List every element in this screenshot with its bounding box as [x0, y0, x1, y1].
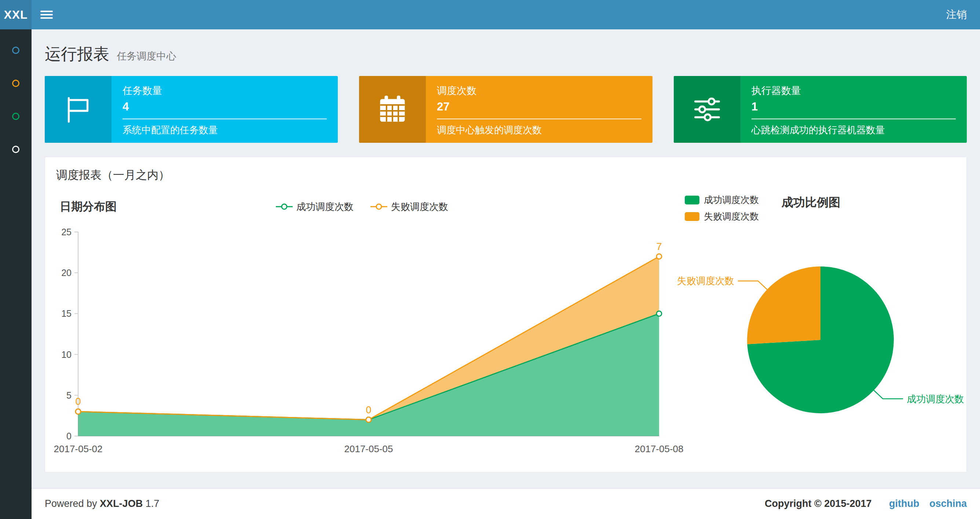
hamburger-icon [40, 10, 53, 20]
date-distribution-section: 日期分布图 成功调度次数 [50, 188, 674, 462]
legend-swatch-icon [685, 212, 699, 221]
copyright-text: Copyright © 2015-2017 [765, 498, 872, 509]
line-chart-title: 日期分布图 [60, 199, 117, 214]
info-box-body: 任务数量 4 系统中配置的任务数量 [111, 76, 338, 143]
date-distribution-chart: 05101520252017-05-022017-05-052017-05-08… [50, 219, 674, 462]
navbar-spacer [62, 0, 933, 29]
divider [437, 118, 641, 119]
info-box-body: 调度次数 27 调度中心触发的调度次数 [426, 76, 652, 143]
info-desc: 调度中心触发的调度次数 [437, 124, 641, 137]
legend-swatch-icon [685, 196, 699, 204]
info-label: 任务数量 [123, 84, 327, 97]
svg-text:15: 15 [61, 308, 72, 319]
success-ratio-section: 成功调度次数 失败调度次数 成功比例图 成功调度次数失败调度次数 [674, 188, 961, 462]
info-value: 27 [437, 100, 641, 113]
circle-icon [12, 80, 19, 87]
svg-text:2017-05-05: 2017-05-05 [344, 443, 393, 454]
sliders-icon [674, 76, 740, 143]
pie-legend-success[interactable]: 成功调度次数 [685, 194, 759, 206]
line-marker-icon [276, 203, 293, 210]
app-logo[interactable]: XXL [0, 0, 32, 29]
version-number: 1.7 [146, 498, 159, 509]
page-title: 运行报表 [45, 45, 109, 63]
sidebar-item-2[interactable] [0, 67, 32, 100]
svg-text:0: 0 [75, 396, 81, 407]
legend-label: 成功调度次数 [296, 200, 353, 213]
circle-icon [12, 113, 19, 120]
flag-icon [45, 76, 111, 143]
pie-legend-fail[interactable]: 失败调度次数 [685, 210, 759, 222]
info-desc: 系统中配置的任务数量 [123, 124, 327, 137]
svg-text:成功调度次数: 成功调度次数 [907, 393, 964, 404]
legend-label: 失败调度次数 [391, 200, 448, 213]
pie-chart-title: 成功比例图 [781, 195, 840, 211]
circle-icon [12, 46, 19, 54]
legend-item-success[interactable]: 成功调度次数 [276, 200, 353, 213]
copyright-area: Copyright © 2015-2017 github oschina [765, 498, 967, 509]
svg-text:7: 7 [656, 241, 662, 252]
footer: Powered by XXL-JOB 1.7 Copyright © 2015-… [32, 488, 980, 519]
info-value: 1 [751, 100, 956, 113]
divider [123, 118, 327, 119]
main-content: 运行报表 任务调度中心 任务数量 4 系统中配置的任务数量 [32, 29, 980, 488]
sidebar-item-3[interactable] [0, 100, 32, 133]
info-label: 调度次数 [437, 84, 641, 97]
sidebar-toggle-button[interactable] [32, 0, 62, 29]
page-subtitle: 任务调度中心 [117, 51, 176, 62]
svg-text:0: 0 [366, 404, 371, 415]
circle-icon [12, 146, 19, 153]
sidebar-item-4[interactable] [0, 133, 32, 166]
info-box-job-count: 任务数量 4 系统中配置的任务数量 [45, 76, 338, 143]
info-box-executor-count: 执行器数量 1 心跳检测成功的执行器机器数量 [674, 76, 967, 143]
pie-chart-legend: 成功调度次数 失败调度次数 [685, 194, 759, 222]
info-box-trigger-count: 调度次数 27 调度中心触发的调度次数 [359, 76, 652, 143]
top-navbar: XXL 注销 [0, 0, 980, 29]
svg-text:2017-05-02: 2017-05-02 [54, 443, 103, 454]
svg-text:20: 20 [61, 268, 72, 278]
info-box-body: 执行器数量 1 心跳检测成功的执行器机器数量 [740, 76, 967, 143]
pie-chart-header: 成功调度次数 失败调度次数 成功比例图 [674, 194, 961, 222]
github-link[interactable]: github [889, 498, 919, 509]
logout-link[interactable]: 注销 [933, 0, 980, 29]
svg-text:25: 25 [61, 227, 72, 237]
line-marker-icon [371, 203, 387, 210]
powered-by-text: Powered by XXL-JOB 1.7 [45, 498, 159, 509]
divider [751, 118, 956, 119]
legend-label: 失败调度次数 [704, 210, 759, 222]
footer-links: github oschina [882, 498, 967, 509]
svg-text:5: 5 [66, 390, 72, 401]
svg-text:失败调度次数: 失败调度次数 [677, 275, 734, 286]
line-chart-legend: 成功调度次数 失败调度次数 [50, 194, 674, 219]
charts-area: 日期分布图 成功调度次数 [45, 186, 966, 472]
line-chart-header: 日期分布图 成功调度次数 [50, 194, 674, 219]
page-header: 运行报表 任务调度中心 [32, 29, 980, 76]
sidebar [0, 29, 32, 519]
brand-name: XXL-JOB [100, 498, 143, 509]
sidebar-item-1[interactable] [0, 34, 32, 67]
svg-text:0: 0 [66, 431, 72, 441]
info-label: 执行器数量 [751, 84, 956, 97]
info-value: 4 [123, 100, 327, 113]
panel-title: 调度报表（一月之内） [45, 157, 966, 186]
powered-by-prefix: Powered by [45, 498, 97, 509]
report-panel: 调度报表（一月之内） 日期分布图 成功调度次数 [45, 157, 967, 473]
svg-text:10: 10 [61, 350, 72, 360]
oschina-link[interactable]: oschina [929, 498, 967, 509]
success-ratio-pie-chart: 成功调度次数失败调度次数 [674, 222, 961, 457]
legend-label: 成功调度次数 [704, 194, 759, 206]
legend-item-fail[interactable]: 失败调度次数 [371, 200, 448, 213]
calendar-icon [359, 76, 426, 143]
info-desc: 心跳检测成功的执行器机器数量 [751, 124, 956, 137]
stat-boxes-row: 任务数量 4 系统中配置的任务数量 调度次数 27 调度中心触发的调度次数 [32, 76, 980, 143]
